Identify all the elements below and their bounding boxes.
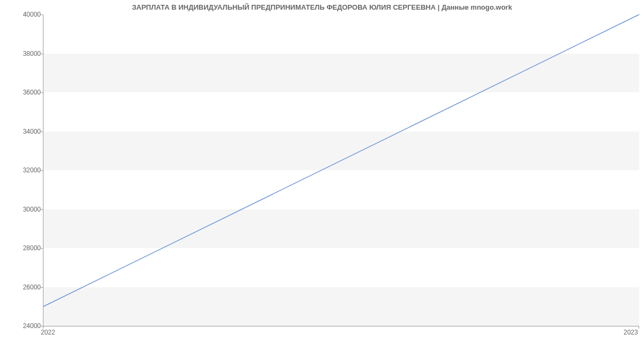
y-tick-mark <box>41 248 43 249</box>
y-tick-mark <box>41 14 43 15</box>
y-tick-label: 24000 <box>23 322 41 330</box>
y-tick-mark <box>41 54 43 54</box>
y-tick-label: 36000 <box>23 89 41 96</box>
y-tick-label: 26000 <box>23 283 41 291</box>
y-tick-label: 34000 <box>23 128 41 135</box>
x-tick-mark <box>639 326 639 329</box>
y-tick-label: 40000 <box>23 11 41 18</box>
y-tick-mark <box>41 170 43 171</box>
y-tick-label: 28000 <box>23 244 41 252</box>
y-tick-label: 38000 <box>23 50 41 57</box>
plot-area <box>43 14 639 326</box>
y-tick-mark <box>41 209 43 210</box>
series-line <box>43 14 639 307</box>
y-tick-mark <box>41 132 43 132</box>
y-tick-mark <box>41 92 43 93</box>
x-tick-label: 2022 <box>41 329 55 336</box>
chart-title: ЗАРПЛАТА В ИНДИВИДУАЛЬНЫЙ ПРЕДПРИНИМАТЕЛ… <box>0 3 644 11</box>
y-tick-label: 32000 <box>23 166 41 174</box>
x-tick-label: 2023 <box>624 329 638 336</box>
y-tick-mark <box>41 287 43 288</box>
y-tick-label: 30000 <box>23 206 41 213</box>
